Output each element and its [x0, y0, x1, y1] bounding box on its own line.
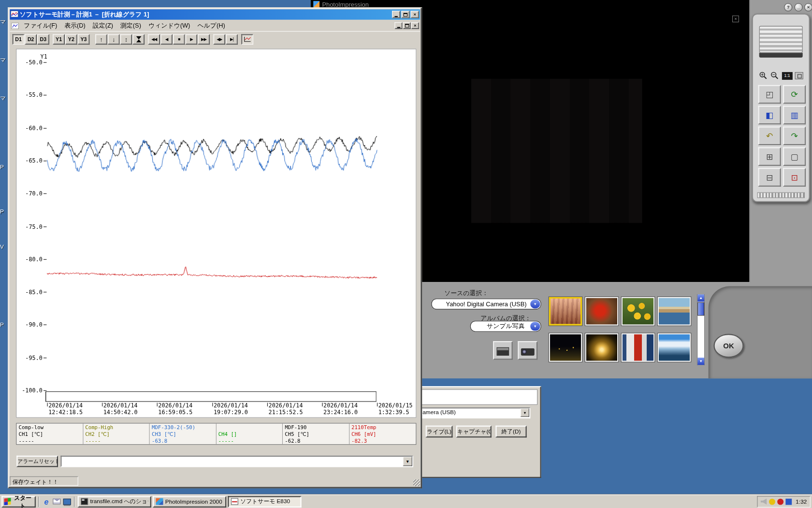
flip-horizontal-button[interactable]: ◧: [758, 106, 781, 125]
menu-settings[interactable]: 設定(Z): [89, 20, 116, 31]
desktop-icon-label[interactable]: P: [0, 164, 4, 170]
zoom-out-icon[interactable]: [770, 71, 779, 80]
menu-view[interactable]: 表示(D): [61, 20, 89, 31]
alarm-reset-button[interactable]: アラームリセット: [16, 456, 58, 467]
quicklaunch-ie-icon[interactable]: e: [42, 497, 51, 506]
exit-button[interactable]: 終了(D): [495, 426, 526, 438]
dropdown-arrow-icon[interactable]: ▼: [530, 322, 540, 330]
thumbnail-cardinal-bird[interactable]: [585, 297, 619, 326]
thumbnail-city-night[interactable]: [549, 333, 582, 362]
desktop-icon-label[interactable]: マ: [0, 94, 6, 102]
fit-view-icon[interactable]: [795, 72, 803, 79]
rewind-button[interactable]: ◀◀: [148, 34, 160, 44]
stop-button[interactable]: ■: [173, 34, 185, 44]
graph-mode-button[interactable]: [241, 34, 253, 44]
task-softthermo[interactable]: ソフトサーモ E830: [228, 496, 301, 508]
desktop-icon-label[interactable]: マ: [0, 18, 6, 26]
live-button[interactable]: ライブ(L): [426, 426, 453, 438]
y3-toggle-button[interactable]: Y3: [78, 34, 90, 44]
scale-updown-button[interactable]: ↕: [120, 34, 132, 44]
thumbnail-rock-spires[interactable]: [549, 297, 582, 326]
expand-range-button[interactable]: ◀▶: [213, 34, 225, 44]
camera-select[interactable]: amera (USB) ▼: [420, 407, 530, 418]
thumbnail-scrollbar[interactable]: ▲ ▼: [697, 294, 705, 366]
y2-toggle-button[interactable]: Y2: [65, 34, 77, 44]
dropdown-arrow-icon[interactable]: ▼: [530, 299, 540, 308]
menu-window[interactable]: ウィンドウ(W): [145, 20, 194, 31]
desktop-icon-label[interactable]: P: [0, 321, 4, 328]
album-select[interactable]: サンプル写真 ▼: [470, 321, 541, 332]
fit-button[interactable]: ◰: [758, 85, 781, 104]
close-button[interactable]: ×: [411, 11, 419, 18]
status-tray-icon-yellow[interactable]: [769, 498, 775, 505]
properties-button[interactable]: ⊡: [783, 168, 806, 187]
y1-toggle-button[interactable]: Y1: [53, 34, 65, 44]
thumbnail-sky-clouds[interactable]: [658, 333, 691, 362]
dropdown-arrow-icon[interactable]: ▼: [521, 408, 529, 417]
task-transfile[interactable]: transfile.cmd へのショート...: [78, 496, 151, 508]
child-minimize-button[interactable]: [394, 22, 402, 29]
thumbnail-yellow-flowers[interactable]: [622, 297, 655, 326]
duplicate-button[interactable]: ▥: [783, 106, 806, 125]
volume-tray-icon[interactable]: [760, 498, 767, 505]
page-button[interactable]: ▢: [783, 147, 806, 166]
rotate-button[interactable]: ⟳: [783, 85, 806, 104]
minimize-button[interactable]: [392, 11, 400, 18]
child-close-button[interactable]: ×: [411, 22, 419, 29]
y-axis-tick-label: -85.0: [17, 288, 42, 295]
quicklaunch-mail-icon[interactable]: [53, 499, 60, 505]
close-button[interactable]: ×: [804, 3, 812, 11]
clock: 1:32: [794, 498, 807, 505]
thumbnail-ship-red-white[interactable]: [622, 333, 655, 362]
desktop-icon-label[interactable]: P: [0, 209, 4, 215]
capture-button[interactable]: キャプチャ(C): [456, 426, 492, 438]
menu-file[interactable]: ファイル(F): [20, 20, 61, 31]
menu-measure[interactable]: 測定(S): [117, 20, 145, 31]
x-axis-tick-label: 2026/01/14 21:15:52.5: [269, 402, 303, 416]
resize-grip[interactable]: [413, 479, 420, 486]
scroll-up-icon[interactable]: ▲: [697, 295, 704, 302]
d2-toggle-button[interactable]: D2: [25, 34, 37, 44]
status-tray-icon-red[interactable]: [777, 498, 783, 505]
scroll-up-button[interactable]: ↑: [95, 34, 107, 44]
scrollbar-thumb[interactable]: [697, 302, 704, 316]
zoom-in-icon[interactable]: [759, 71, 768, 80]
maximize-button[interactable]: [401, 11, 409, 18]
menu-help[interactable]: ヘルプ(H): [194, 20, 229, 31]
scanner-button[interactable]: [493, 341, 513, 360]
scroll-down-icon[interactable]: ▼: [697, 358, 704, 365]
d1-toggle-button[interactable]: D1: [13, 34, 25, 44]
step-forward-button[interactable]: ▶: [186, 34, 198, 44]
print-button[interactable]: ⊟: [758, 168, 781, 187]
thumbnail-harbor-town[interactable]: [658, 297, 691, 326]
source-select[interactable]: Yahoo! Digital Camera (USB) ▼: [432, 299, 541, 310]
scroll-down-button[interactable]: ↓: [108, 34, 120, 44]
d3-toggle-button[interactable]: D3: [37, 34, 49, 44]
thermo-titlebar[interactable]: ソフトサーモ計測－計測1 － [折れ線グラフ 1] ×: [10, 9, 420, 19]
source-value: Yahoo! Digital Camera (USB): [446, 300, 527, 308]
undo-button[interactable]: ↶: [758, 126, 781, 145]
fast-forward-button[interactable]: ▶▶: [198, 34, 210, 44]
alarm-history-select[interactable]: ▼: [60, 456, 413, 467]
step-back-button[interactable]: ◀: [160, 34, 173, 44]
desktop-icon-label[interactable]: V: [0, 244, 4, 250]
copy-button[interactable]: ⊞: [758, 147, 781, 166]
go-to-end-button[interactable]: ▶|: [226, 34, 238, 44]
preview-close-icon[interactable]: ×: [732, 15, 739, 22]
minimize-button[interactable]: _: [795, 3, 803, 11]
quicklaunch-desktop-icon[interactable]: [63, 498, 71, 505]
redo-button[interactable]: ↷: [783, 126, 806, 145]
desktop-icon-label[interactable]: マ: [0, 56, 6, 64]
time-range-selector[interactable]: [45, 391, 377, 402]
thumbnail-gold-fireworks[interactable]: [585, 333, 619, 362]
help-button[interactable]: ?: [784, 3, 792, 11]
hourglass-button[interactable]: [132, 34, 145, 44]
task-photoimpression[interactable]: PhotoImpression 2000: [153, 496, 226, 508]
channel-name: 2110Temp: [351, 424, 416, 431]
child-restore-button[interactable]: [403, 22, 411, 29]
ok-button[interactable]: OK: [713, 334, 743, 358]
camcorder-button[interactable]: [518, 341, 537, 360]
start-button[interactable]: スタート: [1, 496, 36, 508]
dropdown-arrow-icon[interactable]: ▼: [403, 457, 412, 466]
status-tray-icon-blue[interactable]: [785, 498, 792, 505]
